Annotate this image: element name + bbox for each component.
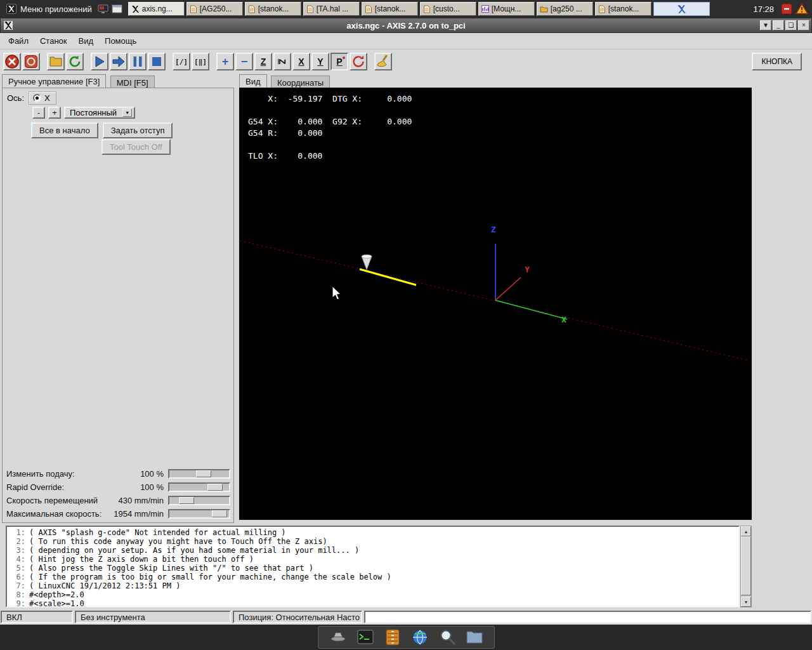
dock-search-icon[interactable] xyxy=(438,628,457,647)
dock-terminal-icon[interactable] xyxy=(356,628,375,647)
toolbar-view-z-rot-button[interactable]: Z xyxy=(273,53,291,70)
minimize-button[interactable]: _ xyxy=(773,20,784,30)
toolbar-view-p-button[interactable]: P xyxy=(331,53,348,70)
home-all-button[interactable]: Все в начало xyxy=(31,123,98,138)
scroll-up-button[interactable]: ▲ xyxy=(741,526,751,536)
axis-x-radio[interactable] xyxy=(33,94,41,102)
taskbar-task-9[interactable]: [stanok... xyxy=(595,2,652,16)
menu-view[interactable]: Вид xyxy=(73,34,100,48)
file-icon xyxy=(248,5,256,13)
dock-globe-icon[interactable] xyxy=(410,628,429,647)
gcode-line-5[interactable]: 5:( Also press the Toggle Skip Lines wit… xyxy=(8,564,738,573)
toolbar-view-y-button[interactable]: Y xyxy=(311,53,329,70)
gcode-line-8[interactable]: 8:#<depth>=2.0 xyxy=(8,590,738,599)
close-button[interactable]: × xyxy=(798,20,809,30)
scroll-down-button[interactable]: ▼ xyxy=(741,597,751,607)
gcode-line-9[interactable]: 9:#<scale>=1.0 xyxy=(8,599,738,607)
menu-file[interactable]: Файл xyxy=(3,34,34,48)
gcode-line-6[interactable]: 6:( If the program is too big or small f… xyxy=(8,573,738,581)
feed-override-slider[interactable] xyxy=(168,469,230,479)
x-axis-label: X xyxy=(561,315,566,324)
taskbar-task-3[interactable]: [stanok... xyxy=(245,2,301,16)
position-mode-field: Позиция: Относительная Насто xyxy=(233,611,362,623)
toolbar-stop-button[interactable] xyxy=(148,53,166,70)
toolbar-view-z-button[interactable]: Z xyxy=(254,53,272,70)
toolbar-view-x-button[interactable]: X xyxy=(292,53,310,70)
shade-button[interactable]: ▼ xyxy=(760,20,771,30)
menu-help[interactable]: Помощь xyxy=(99,34,142,48)
taskbar-task-5[interactable]: [stanok... xyxy=(362,2,418,16)
toolbar-zoom-out-button[interactable]: − xyxy=(235,53,253,70)
arrow-up-icon: ▲ xyxy=(744,529,749,534)
taskbar-task-6[interactable]: [custo... xyxy=(420,2,476,16)
gcode-line-text: ( If the program is too big or small for… xyxy=(29,573,391,581)
tab-mdi[interactable]: MDI [F5] xyxy=(110,76,155,89)
applications-menu-button[interactable]: Меню приложений xyxy=(4,3,95,15)
toolbar-run-button[interactable] xyxy=(91,53,108,70)
task-label: axis.ng... xyxy=(142,4,173,13)
gcode-line-4[interactable]: 4:( Hint jog the Z axis down a bit then … xyxy=(8,555,738,564)
x-axis-line xyxy=(495,300,567,319)
rapid-override-slider[interactable] xyxy=(168,482,230,492)
gcode-line-1[interactable]: 1:( AXIS "splash g-code" Not intended fo… xyxy=(8,528,738,537)
menu-machine[interactable]: Станок xyxy=(34,34,73,48)
tool-cone-icon xyxy=(362,255,372,270)
scrollbar-thumb[interactable] xyxy=(741,536,751,595)
gcode-line-3[interactable]: 3:( depending on your setup. As if you h… xyxy=(8,546,738,555)
dock-hat-icon[interactable] xyxy=(329,628,348,647)
warning-triangle-icon[interactable] xyxy=(796,3,808,15)
alert-tray-icon[interactable] xyxy=(781,3,792,15)
tab-manual-control[interactable]: Ручное управление [F3] xyxy=(2,74,106,89)
taskbar-task-2[interactable]: [AG250... xyxy=(187,2,243,16)
jog-speed-slider-handle[interactable] xyxy=(179,497,194,504)
toolbar-zoom-in-button[interactable]: + xyxy=(216,53,234,70)
toolbar-rotate-button[interactable] xyxy=(350,53,367,70)
gcode-scrollbar[interactable]: ▲ ▼ xyxy=(740,526,752,607)
toolbar-pause-button[interactable] xyxy=(129,53,147,70)
toolbar-clear-button[interactable] xyxy=(374,53,392,70)
gcode-line-7[interactable]: 7:( LinuxCNC 19/1/2012 2:13:51 PM ) xyxy=(8,581,738,590)
jog-minus-button[interactable]: - xyxy=(32,107,45,119)
gcode-line-number: 4: xyxy=(8,555,25,564)
tool-info-field: Без инструмента xyxy=(75,611,231,623)
jog-speed-row: Скорость перемещений430 mm/min xyxy=(4,494,232,507)
jog-speed-slider[interactable] xyxy=(168,496,230,505)
toolbar-skip-lines-button[interactable]: [/] xyxy=(173,53,190,70)
folder-icon xyxy=(540,5,548,13)
task-label: [ag250 ... xyxy=(551,4,582,13)
toolbar-estop-button[interactable] xyxy=(3,53,21,70)
maximize-button[interactable]: ❑ xyxy=(785,20,797,30)
taskbar-task-7[interactable]: [Мощн... xyxy=(478,2,535,16)
tool-touch-off-button: Tool Touch Off xyxy=(102,139,171,155)
gcode-line-2[interactable]: 2:( To run this code anyway you might ha… xyxy=(8,537,738,546)
preview-canvas[interactable]: X Y Z X: -59.197 DTG X: 0.000 G54 X: 0.0… xyxy=(239,88,752,520)
window-manager-tray-icon[interactable] xyxy=(112,4,122,14)
homing-buttons-row: Все в начало Задать отступ xyxy=(31,123,173,138)
jog-increment-select[interactable]: Постоянный ▼ xyxy=(64,107,135,119)
max-velocity-slider-handle[interactable] xyxy=(212,510,227,517)
taskbar-task-4[interactable]: [TA.hal ... xyxy=(303,2,360,16)
feed-override-row: Изменить подачу:100 % xyxy=(4,467,232,481)
max-velocity-slider[interactable] xyxy=(168,509,230,519)
taskbar-task-8[interactable]: [ag250 ... xyxy=(537,2,593,16)
window-titlebar[interactable]: axis.ngc - AXIS 2.7.0 on to_pci ▼_❑× xyxy=(0,18,812,33)
taskbar-task-10[interactable] xyxy=(653,2,710,16)
taskbar-task-1[interactable]: axis.ng... xyxy=(128,2,185,16)
dock-cabinet-icon[interactable] xyxy=(383,628,402,647)
jog-plus-button[interactable]: + xyxy=(48,107,61,119)
custom-knopka-button[interactable]: КНОПКА xyxy=(752,53,802,70)
tab-preview[interactable]: Вид xyxy=(239,74,267,89)
tab-dro[interactable]: Координаты xyxy=(271,76,330,89)
toolbar-optional-pause-button[interactable]: [‖] xyxy=(192,53,209,70)
gcode-listing[interactable]: 1:( AXIS "splash g-code" Not intended fo… xyxy=(6,526,740,607)
toolbar-reload-button[interactable] xyxy=(66,53,84,70)
toolbar-power-button[interactable] xyxy=(22,53,40,70)
touch-off-button[interactable]: Задать отступ xyxy=(103,123,173,138)
toolbar-step-button[interactable] xyxy=(110,53,128,70)
feed-override-slider-handle[interactable] xyxy=(196,470,211,477)
rapid-override-slider-handle[interactable] xyxy=(207,484,223,491)
toolbar-open-button[interactable] xyxy=(47,53,65,70)
mouse-cursor-icon xyxy=(332,286,341,300)
dock-folder-icon[interactable] xyxy=(465,628,484,647)
display-settings-tray-icon[interactable] xyxy=(98,4,108,14)
